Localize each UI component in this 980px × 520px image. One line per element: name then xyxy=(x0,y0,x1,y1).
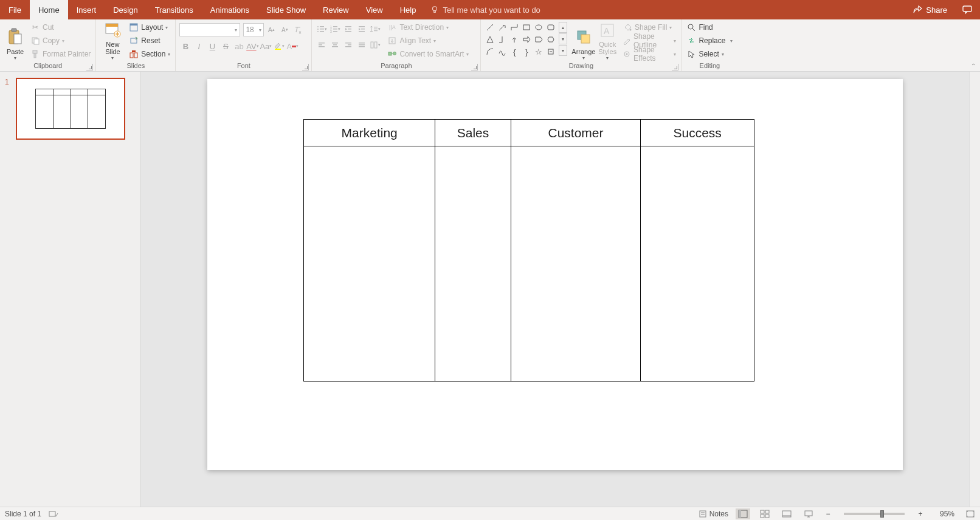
paste-button[interactable]: Paste ▾ xyxy=(4,21,27,61)
shape-oval-icon[interactable] xyxy=(533,22,544,33)
quick-styles-button[interactable]: A Quick Styles ▾ xyxy=(596,21,619,61)
font-color-button[interactable]: A▾ xyxy=(286,40,298,52)
table-header-cell[interactable]: Success xyxy=(641,120,754,146)
gallery-expand-icon[interactable]: ▾ xyxy=(559,45,567,56)
table-cell[interactable] xyxy=(641,146,754,381)
reset-button[interactable]: Reset xyxy=(128,34,171,47)
notes-button[interactable]: Notes xyxy=(699,510,728,518)
cut-button[interactable]: ✂ Cut xyxy=(29,21,92,34)
slide[interactable]: Marketing Sales Customer Success xyxy=(207,79,903,470)
scroll-down-icon[interactable]: ▾ xyxy=(559,33,567,44)
tab-review[interactable]: Review xyxy=(314,0,357,19)
tell-me-search[interactable]: Tell me what you want to do xyxy=(430,0,540,19)
shape-effects-button[interactable]: Shape Effects ▾ xyxy=(621,47,677,61)
shape-star-icon[interactable]: ☆ xyxy=(533,46,544,57)
tab-design[interactable]: Design xyxy=(105,0,146,19)
convert-smartart-button[interactable]: Convert to SmartArt ▾ xyxy=(386,47,470,61)
shape-hexagon-icon[interactable] xyxy=(545,34,556,45)
zoom-slider-thumb[interactable] xyxy=(880,510,884,518)
format-painter-button[interactable]: Format Painter xyxy=(29,47,92,61)
shape-arrow-up-icon[interactable] xyxy=(509,34,520,45)
shape-elbow-icon[interactable] xyxy=(497,34,508,45)
text-direction-button[interactable]: ||A Text Direction ▾ xyxy=(386,21,470,34)
shape-rounded-rect-icon[interactable] xyxy=(545,22,556,33)
tab-help[interactable]: Help xyxy=(392,0,425,19)
tab-view[interactable]: View xyxy=(357,0,392,19)
zoom-in-button[interactable]: + xyxy=(916,510,925,518)
align-center-button[interactable] xyxy=(329,39,341,51)
shapes-gallery[interactable]: { } ☆ xyxy=(485,22,557,57)
shape-line-icon[interactable] xyxy=(485,22,495,33)
layout-button[interactable]: Layout ▾ xyxy=(128,21,171,34)
increase-indent-button[interactable] xyxy=(356,23,368,35)
slideshow-view-button[interactable] xyxy=(801,508,816,519)
line-spacing-button[interactable]: ▾ xyxy=(369,23,381,35)
underline-button[interactable]: U xyxy=(206,40,218,52)
shape-triangle-icon[interactable] xyxy=(485,34,495,45)
font-highlight-button[interactable]: ▾ xyxy=(273,40,285,52)
align-left-button[interactable] xyxy=(316,39,328,51)
section-button[interactable]: Section ▾ xyxy=(128,47,171,61)
font-name-combo[interactable]: ▾ xyxy=(179,23,240,36)
select-button[interactable]: Select ▾ xyxy=(685,47,734,61)
slide-thumbnail-1[interactable] xyxy=(16,78,125,140)
align-right-button[interactable] xyxy=(342,39,354,51)
shape-brace-left-icon[interactable]: { xyxy=(509,46,520,57)
normal-view-button[interactable] xyxy=(736,508,750,519)
slide-table[interactable]: Marketing Sales Customer Success xyxy=(303,119,754,381)
reading-view-button[interactable] xyxy=(779,508,794,519)
slide-sorter-view-button[interactable] xyxy=(757,508,772,519)
tab-animations[interactable]: Animations xyxy=(202,0,258,19)
vertical-scrollbar[interactable] xyxy=(969,72,980,507)
tab-insert[interactable]: Insert xyxy=(68,0,105,19)
italic-button[interactable]: I xyxy=(193,40,205,52)
change-case-button[interactable]: Aa▾ xyxy=(260,40,272,52)
shape-arrow-right-icon[interactable] xyxy=(521,34,532,45)
arrange-button[interactable]: Arrange ▾ xyxy=(571,21,596,61)
columns-button[interactable]: ▾ xyxy=(369,39,381,51)
comments-button[interactable] xyxy=(954,0,980,19)
dialog-launcher-icon[interactable] xyxy=(471,64,478,70)
character-spacing-button[interactable]: AV▾ xyxy=(246,40,258,52)
scroll-up-icon[interactable]: ▴ xyxy=(559,22,567,33)
slide-canvas-area[interactable]: Marketing Sales Customer Success xyxy=(141,72,969,507)
shape-action-icon[interactable] xyxy=(545,46,556,57)
table-cell[interactable] xyxy=(435,146,511,381)
shape-arrow-line-icon[interactable] xyxy=(497,22,508,33)
numbering-button[interactable]: 123▾ xyxy=(329,23,341,35)
zoom-slider[interactable] xyxy=(844,513,905,515)
zoom-out-button[interactable]: − xyxy=(823,510,833,518)
dialog-launcher-icon[interactable] xyxy=(86,64,93,70)
shape-connector-icon[interactable] xyxy=(509,22,520,33)
bold-button[interactable]: B xyxy=(179,40,192,52)
shape-freeform-icon[interactable] xyxy=(497,46,508,57)
dialog-launcher-icon[interactable] xyxy=(302,64,309,70)
table-cell[interactable] xyxy=(511,146,641,381)
tab-file[interactable]: File xyxy=(0,0,30,19)
table-cell[interactable] xyxy=(304,146,435,381)
shape-pentagon-icon[interactable] xyxy=(533,34,544,45)
tab-home[interactable]: Home xyxy=(30,0,68,19)
bullets-button[interactable]: ▾ xyxy=(316,23,328,35)
share-button[interactable]: Share xyxy=(905,0,954,19)
increase-font-icon[interactable]: A▴ xyxy=(265,24,277,36)
shape-brace-right-icon[interactable]: } xyxy=(521,46,532,57)
collapse-ribbon-button[interactable]: ⌃ xyxy=(969,61,978,70)
dialog-launcher-icon[interactable] xyxy=(672,64,678,70)
replace-button[interactable]: Replace ▾ xyxy=(685,34,734,47)
fit-to-window-button[interactable] xyxy=(965,510,975,518)
find-button[interactable]: Find xyxy=(685,21,734,34)
strikethrough-button[interactable]: S xyxy=(219,40,232,52)
justify-button[interactable] xyxy=(356,39,368,51)
shape-rectangle-icon[interactable] xyxy=(521,22,532,33)
table-header-cell[interactable]: Sales xyxy=(435,120,511,146)
zoom-level[interactable]: 95% xyxy=(933,510,954,518)
text-shadow-button[interactable]: ab xyxy=(233,40,245,52)
tab-slideshow[interactable]: Slide Show xyxy=(258,0,314,19)
spellcheck-icon[interactable] xyxy=(49,510,58,518)
align-text-button[interactable]: Align Text ▾ xyxy=(386,34,470,47)
table-header-cell[interactable]: Customer xyxy=(511,120,641,146)
font-size-combo[interactable]: 18▾ xyxy=(243,23,264,36)
clear-formatting-icon[interactable] xyxy=(292,24,304,36)
shape-curve-icon[interactable] xyxy=(485,46,495,57)
